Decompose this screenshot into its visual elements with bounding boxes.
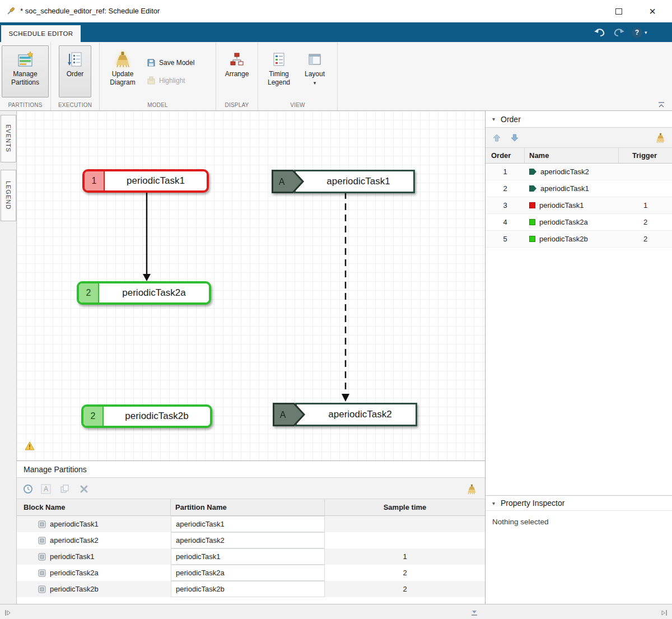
partition-name-field[interactable]: aperiodicTask1 — [171, 516, 325, 532]
manage-partitions-button[interactable]: Manage Partitions — [2, 45, 49, 97]
partition-row[interactable]: periodicTask1 periodicTask1 1 — [17, 548, 485, 565]
update-diagram-button[interactable]: Update Diagram — [103, 45, 142, 97]
update-order-button[interactable] — [654, 132, 667, 144]
partition-row[interactable]: aperiodicTask2 aperiodicTask2 — [17, 532, 485, 548]
node-periodicTask2a[interactable]: 2 periodicTask2a — [77, 281, 211, 305]
order-button[interactable]: Order — [59, 45, 91, 97]
ribbon-section-view: Timing Legend Layout ▾ VIEW — [258, 42, 338, 110]
close-icon: × — [649, 5, 656, 18]
task-name: periodicTask1 — [539, 201, 584, 210]
partition-name-field[interactable]: periodicTask1 — [171, 548, 325, 565]
column-order[interactable]: Order — [486, 148, 525, 163]
partition-row[interactable]: aperiodicTask1 aperiodicTask1 — [17, 516, 485, 532]
sample-time-field[interactable] — [325, 532, 485, 548]
maximize-button[interactable] — [609, 3, 628, 19]
column-name[interactable]: Name — [525, 148, 619, 163]
redo-button[interactable] — [613, 26, 625, 39]
title-bar: * soc_schedule_editor_ref: Schedule Edit… — [0, 0, 672, 22]
delete-partition-button[interactable] — [77, 483, 91, 495]
order-table-header: Order Name Trigger — [486, 148, 672, 164]
order-row[interactable]: 3 periodicTask1 1 — [486, 197, 672, 214]
collapse-ribbon-button[interactable] — [657, 100, 665, 110]
toolstrip-tab-bar: SCHEDULE EDITOR ? ▾ — [0, 22, 672, 42]
save-model-icon — [147, 58, 156, 67]
name-cell: periodicTask2a — [525, 218, 619, 226]
section-label-partitions: PARTITIONS — [0, 102, 50, 108]
sample-time-field[interactable]: 2 — [325, 581, 485, 597]
aperiodic-badge-icon: A — [273, 403, 305, 426]
node-aperiodicTask1[interactable]: aperiodicTask1 A — [272, 170, 415, 193]
layout-caret-icon: ▾ — [314, 79, 316, 87]
timing-legend-label: Timing Legend — [262, 70, 296, 87]
move-up-button[interactable] — [490, 132, 503, 144]
partition-name-field[interactable]: periodicTask2b — [171, 581, 325, 597]
section-label-display: DISPLAY — [216, 102, 258, 108]
connection-solid[interactable] — [143, 193, 151, 281]
tab-schedule-editor[interactable]: SCHEDULE EDITOR — [1, 25, 81, 42]
tab-events[interactable]: EVENTS — [1, 115, 16, 162]
expand-left-panel-button[interactable] — [4, 608, 11, 618]
order-cell: 5 — [486, 235, 525, 243]
order-row[interactable]: 2 aperiodicTask1 — [486, 180, 672, 197]
save-model-label: Save Model — [159, 59, 194, 67]
task-name: periodicTask2b — [539, 235, 588, 243]
partition-name-field[interactable]: periodicTask2a — [171, 565, 325, 581]
move-down-button[interactable] — [508, 132, 521, 144]
order-panel-header[interactable]: ▾ Order — [486, 111, 672, 128]
section-label-view: VIEW — [258, 102, 337, 108]
column-block-name[interactable]: Block Name — [17, 499, 171, 515]
close-button[interactable]: × — [643, 3, 662, 19]
expand-right-panel-button[interactable] — [661, 608, 668, 618]
node-periodicTask1[interactable]: 1 periodicTask1 — [82, 169, 209, 193]
node-aperiodicTask2[interactable]: aperiodicTask2 A — [273, 403, 417, 426]
property-inspector-header[interactable]: ▾ Property Inspector — [486, 495, 672, 511]
task-name: aperiodicTask2 — [540, 167, 589, 176]
order-button-label: Order — [67, 70, 84, 78]
help-button[interactable]: ? ▾ — [632, 26, 647, 39]
timing-legend-button[interactable]: Timing Legend — [262, 45, 296, 97]
arrange-button[interactable]: Arrange — [218, 45, 256, 97]
add-aperiodic-partition-button[interactable]: A — [39, 483, 53, 495]
schedule-canvas[interactable]: 1 periodicTask1 aperiodicTask1 A 2 perio… — [17, 111, 485, 460]
sample-time-field[interactable]: 2 — [325, 565, 485, 581]
order-row[interactable]: 1 aperiodicTask2 — [486, 164, 672, 180]
order-row[interactable]: 4 periodicTask2a 2 — [486, 214, 672, 231]
order-cell: 4 — [486, 218, 525, 226]
layout-button[interactable]: Layout ▾ — [298, 45, 331, 97]
highlight-icon — [147, 76, 156, 85]
add-periodic-partition-button[interactable] — [21, 483, 35, 495]
node-badge: A — [280, 410, 286, 420]
sample-time-field[interactable] — [325, 516, 485, 532]
save-model-button[interactable]: Save Model — [144, 57, 197, 69]
partition-name-field[interactable]: aperiodicTask2 — [171, 532, 325, 548]
task-name: aperiodicTask1 — [540, 184, 589, 193]
block-name: periodicTask1 — [50, 552, 95, 561]
collapse-bottom-panel-button[interactable] — [470, 608, 478, 618]
node-periodicTask2b[interactable]: 2 periodicTask2b — [81, 404, 212, 428]
collapse-down-icon — [470, 609, 478, 616]
undo-button[interactable] — [594, 26, 606, 39]
manage-partitions-toolbar: A — [17, 478, 485, 499]
sample-time-field[interactable]: 1 — [325, 548, 485, 565]
highlight-button[interactable]: Highlight — [144, 75, 188, 87]
node-badge: A — [279, 177, 285, 187]
update-diagram-label: Update Diagram — [104, 70, 142, 87]
column-trigger[interactable]: Trigger — [619, 151, 672, 160]
node-label: periodicTask1 — [105, 171, 207, 190]
block-name-cell: periodicTask2a — [17, 565, 171, 581]
order-row[interactable]: 5 periodicTask2b 2 — [486, 231, 672, 248]
block-name-cell: aperiodicTask1 — [17, 516, 171, 532]
copy-partition-button[interactable] — [58, 483, 72, 495]
partition-row[interactable]: periodicTask2a periodicTask2a 2 — [17, 565, 485, 581]
connection-dashed[interactable] — [342, 192, 349, 402]
manage-partitions-title: Manage Partitions — [24, 465, 87, 474]
column-partition-name[interactable]: Partition Name — [171, 499, 325, 515]
property-inspector-title: Property Inspector — [501, 499, 564, 508]
update-partitions-button[interactable] — [465, 483, 478, 495]
partition-row[interactable]: periodicTask2b periodicTask2b 2 — [17, 581, 485, 597]
letter-a-icon: A — [41, 484, 51, 494]
column-sample-time[interactable]: Sample time — [325, 503, 485, 511]
update-diagram-icon — [466, 484, 477, 495]
tab-legend[interactable]: LEGEND — [1, 170, 16, 221]
warning-icon[interactable] — [25, 441, 35, 450]
